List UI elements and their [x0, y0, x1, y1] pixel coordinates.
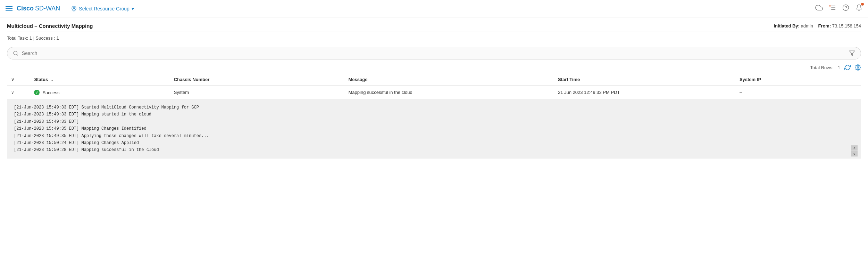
data-table: ∨ Status ⌄ Chassis Number Message Start …	[7, 73, 861, 159]
row-sysip-cell: –	[735, 86, 861, 99]
row-chassis-cell: System	[170, 86, 344, 99]
search-inner	[13, 50, 849, 56]
svg-point-13	[857, 67, 859, 69]
search-input[interactable]	[22, 50, 849, 56]
log-line-3: [21-Jun-2023 15:49:33 EDT]	[14, 118, 854, 125]
col-starttime-label: Start Time	[558, 77, 580, 82]
log-line-1: [21-Jun-2023 15:49:33 EDT] Started Multi…	[14, 104, 854, 111]
brand-cisco-text: Cisco	[17, 5, 34, 12]
brand-sdwan-text: SD-WAN	[35, 5, 60, 12]
svg-point-0	[73, 7, 75, 9]
row-starttime-cell: 21 Jun 2023 12:49:33 PM PDT	[554, 86, 735, 99]
page-content: Multicloud – Connectivity Mapping Initia…	[0, 17, 868, 164]
row-chassis-value: System	[174, 90, 189, 95]
col-message-header: Message	[344, 73, 554, 86]
log-cell: [21-Jun-2023 15:49:33 EDT] Started Multi…	[7, 99, 861, 159]
scroll-down-button[interactable]: ∨	[851, 151, 858, 156]
from-ip-value: 73.15.158.154	[832, 23, 861, 29]
status-cell: Success	[34, 90, 165, 95]
row-starttime-value: 21 Jun 2023 12:49:33 PM PDT	[558, 90, 620, 95]
log-row: [21-Jun-2023 15:49:33 EDT] Started Multi…	[7, 99, 861, 159]
navbar-left: Cisco SD-WAN Select Resource Group ▾	[6, 5, 815, 12]
row-expand-chevron[interactable]: ∨	[11, 90, 14, 95]
from-label: From:	[818, 23, 831, 29]
col-chassis-label: Chassis Number	[174, 77, 210, 82]
col-sysip-label: System IP	[740, 77, 761, 82]
search-bar	[7, 47, 861, 59]
resource-group-selector[interactable]: Select Resource Group ▾	[71, 6, 134, 11]
col-status-header[interactable]: Status ⌄	[30, 73, 169, 86]
log-line-5: [21-Jun-2023 15:49:35 EDT] Applying thes…	[14, 133, 854, 139]
svg-point-8	[843, 5, 849, 11]
col-sysip-header: System IP	[735, 73, 861, 86]
page-title: Multicloud – Connectivity Mapping	[7, 23, 93, 29]
total-rows-label: Total Rows:	[810, 65, 834, 70]
task-summary-text: Total Task: 1 | Success : 1	[7, 35, 59, 41]
log-container: [21-Jun-2023 15:49:33 EDT] Started Multi…	[7, 99, 861, 159]
navbar: Cisco SD-WAN Select Resource Group ▾	[0, 0, 868, 17]
table-header: ∨ Status ⌄ Chassis Number Message Start …	[7, 73, 861, 86]
settings-icon[interactable]	[855, 64, 861, 71]
row-expand-cell[interactable]: ∨	[7, 86, 30, 99]
help-icon[interactable]	[842, 4, 849, 13]
brand-logo: Cisco SD-WAN	[17, 5, 60, 12]
row-sysip-value: –	[740, 90, 742, 95]
notification-badge	[861, 3, 864, 6]
col-expand-header: ∨	[7, 73, 30, 86]
row-message-value: Mapping successful in the cloud	[349, 90, 412, 95]
expand-all-chevron[interactable]: ∨	[11, 77, 14, 82]
log-line-2: [21-Jun-2023 15:49:33 EDT] Mapping start…	[14, 111, 854, 118]
page-meta: Initiated By: admin From: 73.15.158.154	[774, 23, 861, 29]
log-line-4: [21-Jun-2023 15:49:35 EDT] Mapping Chang…	[14, 125, 854, 132]
svg-marker-12	[850, 51, 855, 56]
resource-group-dropdown-icon: ▾	[132, 6, 134, 11]
row-message-cell: Mapping successful in the cloud	[344, 86, 554, 99]
initiated-by-label: Initiated By:	[774, 23, 799, 29]
notification-bell-icon[interactable]	[856, 4, 862, 13]
log-line-7: [21-Jun-2023 15:50:28 EDT] Mapping succe…	[14, 146, 854, 153]
navbar-right	[815, 4, 862, 13]
details-icon[interactable]	[829, 4, 836, 13]
table-body: ∨ Success System Mapping successful in t…	[7, 86, 861, 159]
cloud-icon[interactable]	[815, 4, 823, 13]
search-icon	[13, 50, 18, 56]
initiated-by-value: admin	[801, 23, 813, 29]
refresh-icon[interactable]	[844, 64, 851, 71]
log-scroll-controls: ∧ ∨	[851, 145, 858, 156]
row-status-value: Success	[42, 90, 59, 95]
log-line-6: [21-Jun-2023 15:50:24 EDT] Mapping Chang…	[14, 139, 854, 146]
col-chassis-header: Chassis Number	[170, 73, 344, 86]
scroll-up-button[interactable]: ∧	[851, 145, 858, 151]
hamburger-menu-button[interactable]	[6, 6, 12, 11]
col-status-label: Status	[34, 77, 48, 82]
svg-rect-7	[829, 5, 831, 6]
filter-icon[interactable]	[849, 50, 855, 56]
total-rows-value: 1	[838, 65, 840, 70]
col-starttime-header: Start Time	[554, 73, 735, 86]
svg-line-11	[17, 54, 18, 55]
table-toolbar: Total Rows: 1	[7, 64, 861, 71]
resource-group-label: Select Resource Group	[79, 6, 130, 11]
row-status-cell: Success	[30, 86, 169, 99]
status-sort-icon: ⌄	[51, 78, 53, 82]
page-header: Multicloud – Connectivity Mapping Initia…	[7, 23, 861, 32]
location-pin-icon	[71, 6, 77, 11]
table-row: ∨ Success System Mapping successful in t…	[7, 86, 861, 99]
task-summary: Total Task: 1 | Success : 1	[7, 35, 861, 41]
col-message-label: Message	[349, 77, 368, 82]
status-success-icon	[34, 90, 40, 95]
